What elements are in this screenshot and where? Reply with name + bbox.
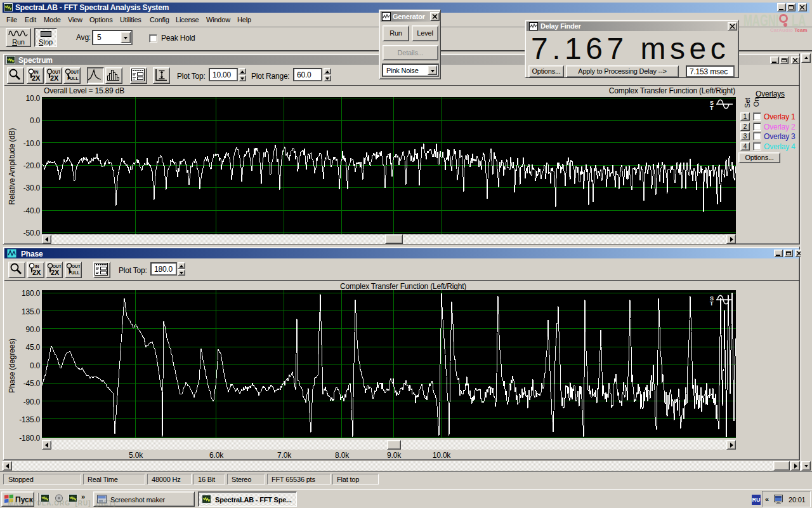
svg-text:2X: 2X [32, 74, 41, 82]
svg-text:2X: 2X [51, 269, 60, 276]
svg-text:FULL: FULL [67, 76, 78, 81]
svg-text:T: T [710, 300, 714, 307]
svg-text:T: T [710, 105, 714, 111]
svg-text:OUT: OUT [72, 264, 80, 269]
svg-text:OUT: OUT [53, 264, 61, 269]
svg-text:2X: 2X [32, 269, 41, 276]
svg-text:FULL: FULL [69, 271, 79, 275]
svg-text:IN: IN [34, 264, 39, 269]
svg-text:OUT: OUT [52, 70, 60, 74]
svg-text:IN: IN [34, 70, 39, 74]
svg-text:OUT: OUT [70, 70, 79, 74]
svg-text:2X: 2X [50, 74, 59, 82]
